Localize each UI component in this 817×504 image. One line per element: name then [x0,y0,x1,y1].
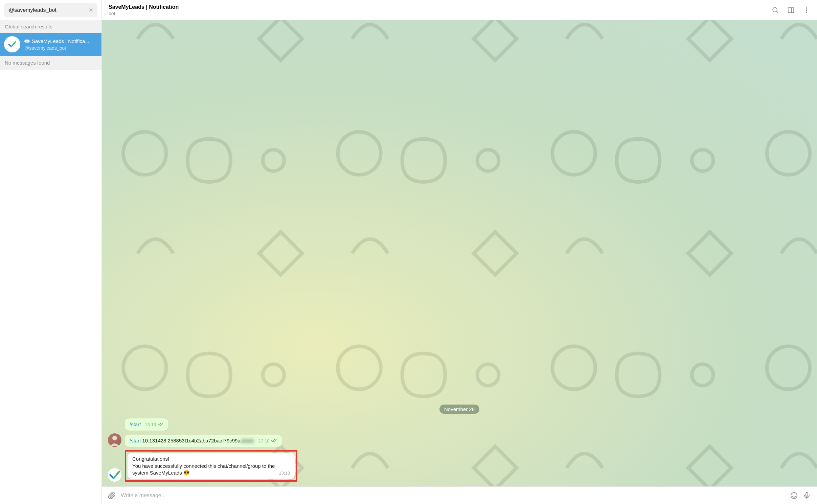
message-input-bar [102,486,817,504]
main: SaveMyLeads | Notification bot [102,0,817,504]
svg-point-8 [806,9,807,10]
message-meta: 13:13 [145,422,163,428]
svg-rect-6 [788,7,794,13]
message-meta: 13:18 [258,438,277,444]
avatar [4,36,20,52]
message-time: 13:18 [258,438,270,444]
svg-rect-4 [29,41,30,42]
svg-point-13 [112,436,117,440]
smile-icon[interactable] [790,491,798,500]
svg-point-16 [793,495,793,495]
svg-point-17 [795,495,795,495]
message-input[interactable] [121,492,785,499]
no-messages-label: No messages found [0,56,101,70]
chat-header: SaveMyLeads | Notification bot [102,0,817,20]
search-input[interactable] [9,7,85,13]
message-time: 13:13 [145,422,156,428]
chat-subtitle: bot [109,11,179,16]
date-separator: November 28 [439,405,479,414]
message-meta: 13:18 [279,470,290,476]
search-result-title: SaveMyLeads | Notifica... [32,38,89,44]
search-result-item[interactable]: SaveMyLeads | Notifica... @savemyleads_b… [0,33,101,56]
message-bubble: Congratulations! You have successfully c… [128,453,295,479]
svg-point-7 [806,7,807,8]
svg-point-1 [26,41,27,42]
message-text-redacted: xxxxx [241,438,255,443]
message-out[interactable]: /start 13:13 [108,418,168,431]
svg-rect-0 [25,40,29,43]
highlight-frame: Congratulations! You have successfully c… [125,450,297,482]
search-section-heading: Global search results [0,20,101,33]
avatar-spacer [108,430,121,431]
sidebar: Global search results SaveMyLeads | Noti… [0,0,102,504]
paperclip-icon[interactable] [108,491,116,500]
search-result-handle: @savemyleads_bot [24,45,97,51]
svg-point-9 [806,12,807,13]
chat-title: SaveMyLeads | Notification [109,4,179,10]
svg-point-15 [791,492,797,499]
search-result-text: SaveMyLeads | Notifica... @savemyleads_b… [24,38,97,51]
message-bubble: /start 10:131428:258853f1c4b2aba72baaf79… [125,435,282,447]
avatar[interactable] [108,468,121,482]
message-text: 10:131428:258853f1c4b2aba72baaf79c99a [141,438,240,443]
chat-header-info[interactable]: SaveMyLeads | Notification bot [109,4,179,16]
message-command[interactable]: /start [130,438,141,443]
search-icon[interactable] [772,6,779,14]
double-check-icon [271,438,277,444]
message-in[interactable]: Congratulations! You have successfully c… [108,450,297,482]
message-out[interactable]: /start 10:131428:258853f1c4b2aba72baaf79… [108,433,282,447]
message-command[interactable]: /start [130,421,141,427]
avatar[interactable] [108,433,121,447]
microphone-icon[interactable] [803,491,811,500]
chat-header-actions [772,6,810,14]
message-bubble: /start 13:13 [125,418,168,431]
search-container [0,0,101,20]
svg-rect-18 [806,492,808,496]
more-vertical-icon[interactable] [803,6,810,14]
svg-point-2 [27,41,28,42]
message-line: You have successfully connected this cha… [132,463,275,476]
message-list: November 28 /start 13:13 [102,20,817,486]
svg-rect-3 [24,41,25,42]
message-time: 13:18 [279,470,290,476]
close-icon[interactable] [87,6,95,14]
chat-body[interactable]: November 28 /start 13:13 [102,20,817,486]
side-panel-icon[interactable] [787,6,795,14]
bot-icon [24,39,30,43]
message-line: Congratulations! [132,456,290,462]
search-box [4,3,97,17]
double-check-icon [157,422,163,428]
